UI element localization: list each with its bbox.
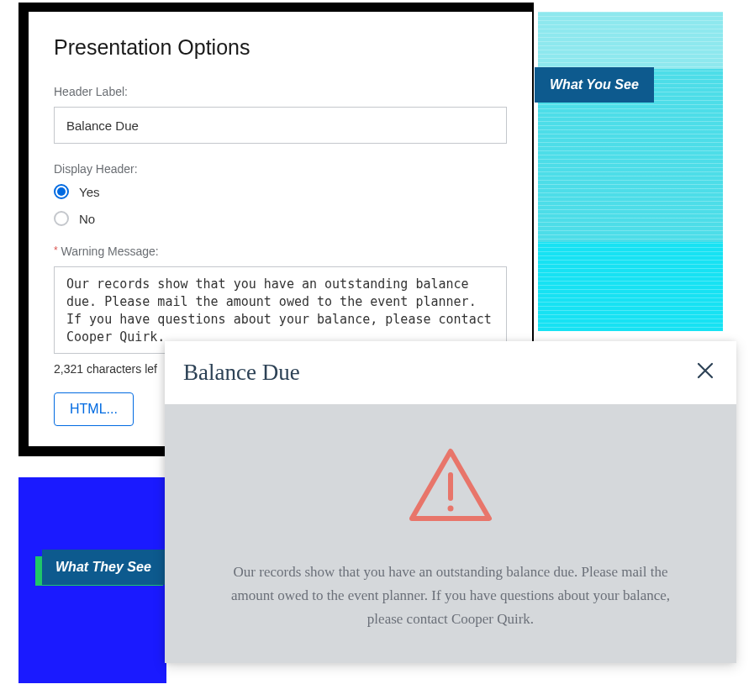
decorative-cyan-background	[538, 12, 723, 331]
radio-no[interactable]: No	[54, 211, 507, 226]
warning-message-field-label: Warning Message:	[61, 245, 159, 258]
display-header-radio-group: Yes No	[54, 184, 507, 226]
header-label-field: Header Label:	[54, 85, 507, 98]
radio-no-label: No	[79, 212, 95, 226]
balance-due-modal: Balance Due Our records show that you ha…	[165, 341, 736, 663]
required-indicator: *	[54, 245, 58, 256]
svg-point-1	[448, 506, 454, 512]
modal-message: Our records show that you have an outsta…	[215, 561, 686, 631]
warning-message-field: * Warning Message:	[54, 245, 507, 258]
header-label-input[interactable]	[54, 107, 507, 144]
display-header-field: Display Header:	[54, 162, 507, 176]
modal-body: Our records show that you have an outsta…	[165, 404, 736, 663]
what-you-see-badge: What You See	[535, 67, 654, 103]
radio-icon-unselected	[54, 211, 69, 226]
modal-header: Balance Due	[165, 341, 736, 404]
radio-yes[interactable]: Yes	[54, 184, 507, 199]
html-button[interactable]: HTML...	[54, 392, 134, 426]
radio-icon-selected	[54, 184, 69, 199]
what-they-see-badge: What They See	[42, 550, 165, 585]
panel-title: Presentation Options	[54, 35, 507, 60]
close-icon[interactable]	[693, 356, 718, 389]
radio-yes-label: Yes	[79, 185, 99, 199]
warning-triangle-icon	[198, 446, 703, 527]
modal-title: Balance Due	[183, 360, 300, 386]
